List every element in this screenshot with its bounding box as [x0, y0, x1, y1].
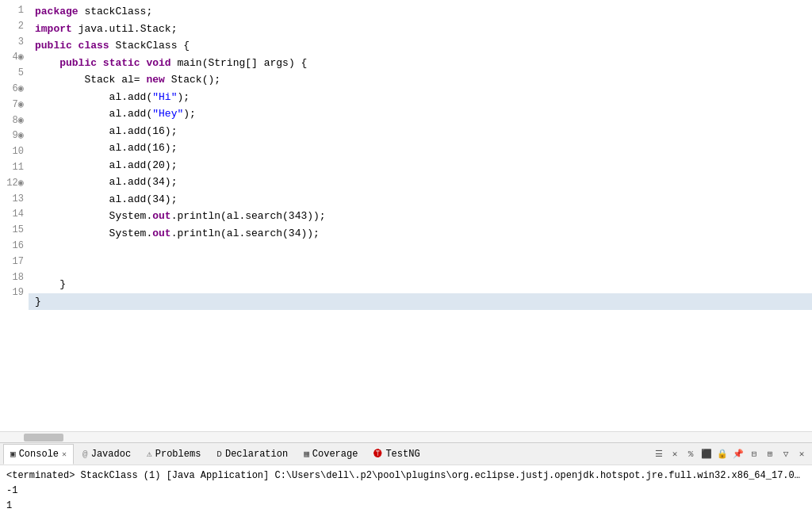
- problems-icon: ⚠: [147, 449, 152, 459]
- tab-javadoc[interactable]: @ Javadoc: [75, 444, 138, 465]
- code-line-15: [29, 242, 812, 259]
- toolbar-btn-terminate[interactable]: ✕: [668, 447, 682, 461]
- tab-declaration[interactable]: D Declaration: [209, 444, 295, 465]
- code-line-17: }: [29, 276, 812, 293]
- console-output: <terminated> StackClass (1) [Java Applic…: [0, 465, 812, 520]
- toolbar-btn-close[interactable]: ✕: [795, 447, 809, 461]
- console-output-line-2: 1: [6, 499, 806, 514]
- tab-console-label: Console: [19, 449, 59, 460]
- tab-console-close[interactable]: ✕: [62, 449, 67, 459]
- console-output-line-1: -1: [6, 484, 806, 499]
- code-line-12: al.add(34);: [29, 191, 812, 208]
- code-line-6: al.add("Hi");: [29, 89, 812, 106]
- tab-javadoc-label: Javadoc: [91, 449, 131, 460]
- code-line-2: import java.util.Stack;: [29, 21, 812, 38]
- code-line-9: al.add(16);: [29, 140, 812, 157]
- code-line-18: }: [29, 293, 812, 311]
- tab-problems[interactable]: ⚠ Problems: [140, 444, 208, 465]
- testng-icon: 🅣: [373, 449, 382, 459]
- code-container[interactable]: 1 2 3 4◉ 5 6◉ 7◉ 8◉ 9◉ 10 11 12◉ 13 14 1…: [0, 0, 812, 431]
- toolbar-btn-maximize[interactable]: ⊞: [763, 447, 777, 461]
- code-line-10: al.add(20);: [29, 157, 812, 174]
- javadoc-icon: @: [82, 449, 88, 459]
- code-line-1: package stackClass;: [29, 3, 812, 21]
- toolbar-btn-clear[interactable]: ⬛: [699, 447, 714, 461]
- code-line-16: [29, 259, 812, 277]
- tab-problems-label: Problems: [155, 449, 201, 460]
- console-toolbar: ☰ ✕ % ⬛ 🔒 📌 ⊟ ⊞ ▽ ✕: [652, 447, 809, 461]
- toolbar-btn-pin[interactable]: 📌: [731, 447, 745, 461]
- coverage-icon: ▦: [304, 449, 309, 459]
- console-icon: ▣: [10, 449, 16, 459]
- declaration-icon: D: [216, 449, 222, 459]
- code-line-5: Stack al= new Stack();: [29, 71, 812, 89]
- line-numbers: 1 2 3 4◉ 5 6◉ 7◉ 8◉ 9◉ 10 11 12◉ 13 14 1…: [0, 0, 29, 431]
- console-terminated-line: <terminated> StackClass (1) [Java Applic…: [6, 468, 806, 484]
- code-line-11: al.add(34);: [29, 174, 812, 191]
- tab-declaration-label: Declaration: [225, 449, 288, 460]
- tab-coverage[interactable]: ▦ Coverage: [297, 444, 365, 465]
- toolbar-btn-scroll-lock[interactable]: 🔒: [715, 447, 730, 461]
- tab-testng[interactable]: 🅣 TestNG: [366, 444, 427, 465]
- tab-console[interactable]: ▣ Console ✕: [3, 444, 74, 465]
- scroll-thumb[interactable]: [24, 434, 63, 442]
- toolbar-btn-menu[interactable]: ☰: [652, 447, 666, 461]
- tab-coverage-label: Coverage: [312, 449, 358, 460]
- code-line-7: al.add("Hey");: [29, 105, 812, 123]
- code-line-19: [29, 310, 812, 327]
- bottom-tab-bar: ▣ Console ✕ @ Javadoc ⚠ Problems D Decla…: [0, 442, 812, 465]
- code-line-13: System.out.println(al.search(343));: [29, 208, 812, 225]
- editor-area: 1 2 3 4◉ 5 6◉ 7◉ 8◉ 9◉ 10 11 12◉ 13 14 1…: [0, 0, 812, 442]
- code-line-4: public static void main(String[] args) {: [29, 55, 812, 72]
- code-line-8: al.add(16);: [29, 123, 812, 140]
- code-content[interactable]: package stackClass; import java.util.Sta…: [29, 0, 812, 431]
- code-line-14: System.out.println(al.search(34));: [29, 225, 812, 243]
- toolbar-btn-minimize[interactable]: ⊟: [747, 447, 761, 461]
- toolbar-btn-percent[interactable]: %: [684, 447, 698, 461]
- horizontal-scrollbar[interactable]: [0, 431, 812, 442]
- toolbar-btn-view-menu[interactable]: ▽: [779, 447, 793, 461]
- code-line-3: public class StackClass {: [29, 37, 812, 55]
- tab-testng-label: TestNG: [385, 449, 419, 460]
